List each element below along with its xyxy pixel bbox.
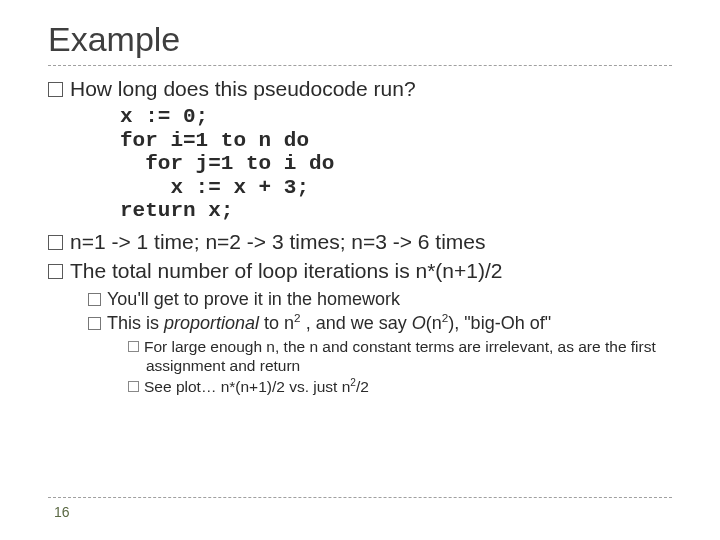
- bullet-text: This is proportional to n2 , and we say …: [107, 313, 551, 333]
- title-divider: [48, 65, 672, 66]
- sub-bullets: You'll get to prove it in the homework T…: [88, 289, 672, 396]
- bullet-icon: [128, 341, 139, 352]
- bullet-text: n=1 -> 1 time; n=2 -> 3 times; n=3 -> 6 …: [70, 230, 486, 253]
- bullet-text: You'll get to prove it in the homework: [107, 289, 400, 309]
- subsub-bullets: For large enough n, the n and constant t…: [128, 338, 672, 396]
- subsub-bullet-irrelevant: For large enough n, the n and constant t…: [128, 338, 672, 375]
- slide-title: Example: [48, 20, 672, 59]
- slide: Example How long does this pseudocode ru…: [0, 0, 720, 540]
- bullet-text: See plot… n*(n+1)/2 vs. just n2/2: [144, 378, 369, 395]
- bullet-question: How long does this pseudocode run?: [48, 76, 672, 101]
- bullet-icon: [88, 293, 101, 306]
- bullet-icon: [88, 317, 101, 330]
- bullet-icon: [128, 381, 139, 392]
- content-area: How long does this pseudocode run? x := …: [48, 76, 672, 497]
- bullet-icon: [48, 235, 63, 250]
- pseudocode-block: x := 0; for i=1 to n do for j=1 to i do …: [120, 105, 672, 223]
- subsub-bullet-plot: See plot… n*(n+1)/2 vs. just n2/2: [128, 378, 672, 397]
- page-number: 16: [54, 504, 672, 520]
- bullet-icon: [48, 264, 63, 279]
- footer-divider: [48, 497, 672, 498]
- bullet-total: The total number of loop iterations is n…: [48, 258, 672, 283]
- bullet-text: The total number of loop iterations is n…: [70, 259, 503, 282]
- bullet-times: n=1 -> 1 time; n=2 -> 3 times; n=3 -> 6 …: [48, 229, 672, 254]
- bullet-text: For large enough n, the n and constant t…: [144, 338, 656, 374]
- bullet-text: How long does this pseudocode run?: [70, 77, 416, 100]
- sub-bullet-prove: You'll get to prove it in the homework: [88, 289, 672, 311]
- sub-bullet-proportional: This is proportional to n2 , and we say …: [88, 313, 672, 335]
- bullet-icon: [48, 82, 63, 97]
